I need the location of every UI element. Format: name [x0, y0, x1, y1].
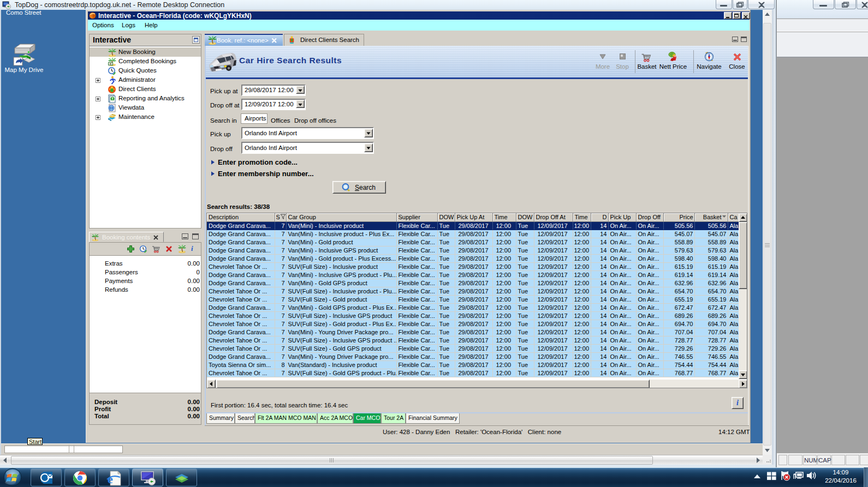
svg-text:e: e — [108, 472, 113, 486]
